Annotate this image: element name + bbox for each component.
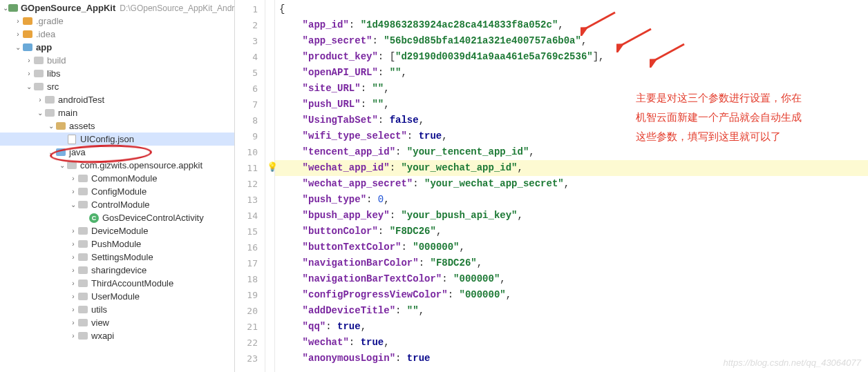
chevron-right-icon[interactable]: ›: [69, 253, 77, 261]
class-icon: C: [88, 213, 100, 224]
tree-item-androidtest[interactable]: ›androidTest: [0, 93, 234, 106]
folder-icon: [55, 121, 66, 132]
tree-item-device[interactable]: ›DeviceModule: [0, 224, 234, 237]
package-icon: [77, 278, 88, 289]
chevron-right-icon[interactable]: ›: [36, 96, 44, 104]
tree-item-utils[interactable]: ›utils: [0, 303, 234, 316]
chevron-right-icon[interactable]: ›: [14, 30, 22, 38]
tree-item-uiconfig[interactable]: ·UIConfig.json: [0, 133, 234, 146]
package-icon: [77, 304, 88, 315]
package-icon: [66, 160, 77, 171]
root-label: GOpenSource_AppKit: [21, 3, 115, 13]
module-icon: [22, 42, 33, 53]
tree-item-idea[interactable]: ›.idea: [0, 28, 234, 41]
folder-icon: [22, 29, 33, 40]
chevron-down-icon[interactable]: ⌄: [3, 4, 8, 12]
tree-item-common[interactable]: ›CommonModule: [0, 172, 234, 185]
chevron-right-icon[interactable]: ›: [69, 240, 77, 248]
chevron-right-icon[interactable]: ›: [69, 188, 77, 195]
package-icon: [77, 252, 88, 263]
folder-icon: [33, 55, 44, 66]
chevron-right-icon[interactable]: ›: [69, 266, 77, 274]
project-tree[interactable]: ⌄ GOpenSource_AppKit D:\GOpenSource_AppK…: [0, 0, 235, 372]
code-editor[interactable]: 1234567891011121314151617181920212223 💡 …: [235, 0, 868, 372]
folder-icon: [33, 81, 44, 92]
package-icon: [77, 265, 88, 276]
tree-item-third[interactable]: ›ThirdAccountModule: [0, 277, 234, 290]
line-number-gutter: 1234567891011121314151617181920212223: [235, 0, 265, 372]
chevron-down-icon[interactable]: ⌄: [47, 148, 55, 156]
project-icon: [8, 3, 18, 14]
tree-item-package[interactable]: ⌄com.gizwits.opensource.appkit: [0, 159, 234, 172]
chevron-right-icon[interactable]: ›: [69, 306, 77, 313]
tree-item-sharing[interactable]: ›sharingdevice: [0, 264, 234, 277]
package-icon: [77, 199, 88, 211]
chevron-right-icon[interactable]: ›: [69, 332, 77, 340]
tree-item-push[interactable]: ›PushModule: [0, 237, 234, 251]
chevron-right-icon[interactable]: ›: [69, 293, 77, 300]
watermark: https://blog.csdn.net/qq_43064077: [724, 358, 862, 368]
chevron-down-icon[interactable]: ⌄: [14, 43, 22, 51]
chevron-right-icon[interactable]: ›: [69, 175, 77, 182]
tree-item-view[interactable]: ›view: [0, 316, 234, 329]
package-icon: [77, 173, 88, 184]
code-content[interactable]: 💡 { "app_id": "1d49863283924ac28ca414833…: [275, 0, 868, 372]
tree-item-java[interactable]: ⌄java: [0, 146, 234, 159]
chevron-down-icon[interactable]: ⌄: [36, 109, 44, 117]
folder-icon: [33, 68, 44, 79]
folder-icon: [44, 95, 55, 106]
lightbulb-icon[interactable]: 💡: [267, 161, 278, 173]
json-file-icon: [66, 134, 77, 145]
package-icon: [77, 226, 88, 237]
tree-item-wxapi[interactable]: ›wxapi: [0, 329, 234, 342]
chevron-right-icon[interactable]: ›: [14, 17, 22, 25]
tree-item-control[interactable]: ⌄ControlModule: [0, 198, 234, 211]
chevron-down-icon[interactable]: ⌄: [58, 161, 66, 169]
fold-column[interactable]: [265, 0, 275, 372]
folder-icon: [44, 108, 55, 119]
tree-root[interactable]: ⌄ GOpenSource_AppKit D:\GOpenSource_AppK…: [0, 1, 234, 14]
tree-item-app[interactable]: ⌄app: [0, 41, 234, 54]
package-icon: [77, 186, 88, 197]
folder-icon: [55, 147, 66, 158]
tree-item-gosdevice[interactable]: ·CGosDeviceControlActivity: [0, 211, 234, 224]
tree-item-gradle[interactable]: ›.gradle: [0, 14, 234, 28]
package-icon: [77, 317, 88, 329]
chevron-down-icon[interactable]: ⌄: [47, 122, 55, 130]
tree-item-src[interactable]: ⌄src: [0, 80, 234, 93]
tree-item-build[interactable]: ›build: [0, 54, 234, 67]
chevron-down-icon[interactable]: ⌄: [69, 201, 77, 208]
tree-item-main[interactable]: ⌄main: [0, 106, 234, 119]
chevron-right-icon[interactable]: ›: [25, 70, 33, 77]
tree-item-libs[interactable]: ›libs: [0, 67, 234, 80]
chevron-right-icon[interactable]: ›: [69, 280, 77, 287]
chevron-right-icon[interactable]: ›: [69, 227, 77, 235]
package-icon: [77, 331, 88, 342]
package-icon: [77, 291, 88, 302]
tree-item-user[interactable]: ›UserModule: [0, 290, 234, 303]
tree-item-config[interactable]: ›ConfigModule: [0, 185, 234, 198]
chevron-right-icon[interactable]: ›: [69, 319, 77, 326]
chevron-right-icon[interactable]: ›: [25, 57, 33, 64]
tree-item-assets[interactable]: ⌄assets: [0, 119, 234, 133]
tree-item-settings[interactable]: ›SettingsModule: [0, 251, 234, 264]
root-path: D:\GOpenSource_AppKit_Andr...: [120, 3, 235, 13]
chevron-down-icon[interactable]: ⌄: [25, 83, 33, 90]
folder-icon: [22, 16, 33, 27]
package-icon: [77, 239, 88, 250]
